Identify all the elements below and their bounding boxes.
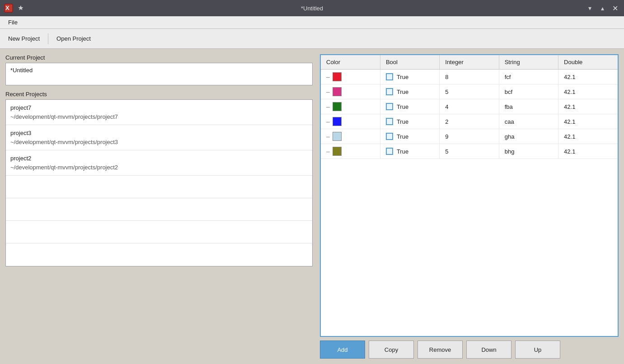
col-header-bool: Bool bbox=[380, 55, 439, 70]
table-row[interactable]: – True 8fcf42.1 bbox=[321, 70, 618, 84]
data-table-container: Color Bool Integer String Double – True … bbox=[320, 54, 619, 337]
bool-value: True bbox=[397, 103, 408, 110]
project-name: project7 bbox=[10, 103, 308, 112]
table-row[interactable]: – True 5bcf42.1 bbox=[321, 84, 618, 99]
current-project-box: *Untitled bbox=[5, 63, 313, 85]
bool-value: True bbox=[397, 118, 408, 125]
bool-checkbox[interactable] bbox=[386, 88, 393, 95]
row-dash: – bbox=[326, 148, 330, 155]
double-cell: 42.1 bbox=[558, 84, 618, 99]
bool-checkbox[interactable] bbox=[386, 148, 393, 155]
title-bar-controls: ▾ ▴ ✕ bbox=[584, 3, 620, 14]
app-icon: X bbox=[4, 3, 14, 13]
bool-cell: True bbox=[380, 129, 439, 144]
bool-cell: True bbox=[380, 99, 439, 114]
col-header-color: Color bbox=[321, 55, 380, 70]
string-cell: caa bbox=[499, 114, 558, 129]
color-cell: – bbox=[321, 144, 380, 159]
row-dash: – bbox=[326, 88, 330, 95]
data-table: Color Bool Integer String Double – True … bbox=[321, 55, 618, 159]
svg-text:X: X bbox=[5, 5, 9, 11]
file-menu[interactable]: File bbox=[4, 17, 22, 28]
color-cell: – bbox=[321, 99, 380, 114]
title-bar-left: X bbox=[4, 3, 25, 13]
project-path: ~/development/qt-mvvm/projects/project7 bbox=[10, 112, 308, 121]
project-name: project3 bbox=[10, 129, 308, 138]
right-panel: Color Bool Integer String Double – True … bbox=[320, 54, 619, 359]
maximize-button[interactable]: ▴ bbox=[597, 3, 608, 14]
color-swatch[interactable] bbox=[333, 117, 342, 126]
list-item-empty-3 bbox=[6, 221, 312, 243]
down-button[interactable]: Down bbox=[466, 341, 511, 359]
bool-value: True bbox=[397, 133, 408, 140]
color-swatch[interactable] bbox=[333, 87, 342, 96]
bool-checkbox[interactable] bbox=[386, 103, 393, 110]
main-content: Current Project *Untitled Recent Project… bbox=[0, 49, 624, 364]
table-row[interactable]: – True 5bhg42.1 bbox=[321, 144, 618, 159]
recent-projects-section: Recent Projects project7 ~/development/q… bbox=[5, 91, 313, 266]
color-swatch[interactable] bbox=[333, 147, 342, 156]
pin-icon bbox=[16, 4, 25, 13]
double-cell: 42.1 bbox=[558, 129, 618, 144]
string-cell: fcf bbox=[499, 70, 558, 84]
color-cell: – bbox=[321, 114, 380, 129]
double-cell: 42.1 bbox=[558, 114, 618, 129]
bool-value: True bbox=[397, 148, 408, 155]
color-swatch[interactable] bbox=[333, 102, 342, 111]
bool-value: True bbox=[397, 74, 408, 80]
table-row[interactable]: – True 9gha42.1 bbox=[321, 129, 618, 144]
string-cell: bcf bbox=[499, 84, 558, 99]
row-dash: – bbox=[326, 103, 330, 110]
project-path: ~/development/qt-mvvm/projects/project2 bbox=[10, 163, 308, 172]
current-project-section: Current Project *Untitled bbox=[5, 54, 313, 85]
list-item-empty-1 bbox=[6, 176, 312, 198]
bool-checkbox[interactable] bbox=[386, 118, 393, 125]
current-project-label: Current Project bbox=[5, 54, 313, 61]
current-project-name: *Untitled bbox=[10, 67, 33, 74]
integer-cell: 4 bbox=[440, 99, 499, 114]
row-dash: – bbox=[326, 73, 330, 80]
table-row[interactable]: – True 4fba42.1 bbox=[321, 99, 618, 114]
toolbar: New Project Open Project bbox=[0, 29, 624, 49]
bool-cell: True bbox=[380, 84, 439, 99]
menu-bar: File bbox=[0, 16, 624, 29]
bool-checkbox[interactable] bbox=[386, 73, 393, 80]
copy-button[interactable]: Copy bbox=[369, 341, 414, 359]
integer-cell: 9 bbox=[440, 129, 499, 144]
color-cell: – bbox=[321, 129, 380, 144]
bool-cell: True bbox=[380, 144, 439, 159]
color-cell: – bbox=[321, 84, 380, 99]
bottom-buttons: Add Copy Remove Down Up bbox=[320, 341, 619, 359]
up-button[interactable]: Up bbox=[515, 341, 560, 359]
project-path: ~/development/qt-mvvm/projects/project3 bbox=[10, 138, 308, 147]
left-panel: Current Project *Untitled Recent Project… bbox=[5, 54, 313, 359]
row-dash: – bbox=[326, 118, 330, 125]
title-bar: X *Untitled ▾ ▴ ✕ bbox=[0, 0, 624, 16]
list-item-empty-2 bbox=[6, 198, 312, 221]
add-button[interactable]: Add bbox=[320, 341, 365, 359]
open-project-button[interactable]: Open Project bbox=[52, 33, 95, 44]
remove-button[interactable]: Remove bbox=[418, 341, 463, 359]
toolbar-separator bbox=[48, 33, 48, 44]
string-cell: bhg bbox=[499, 144, 558, 159]
row-dash: – bbox=[326, 133, 330, 140]
color-swatch[interactable] bbox=[333, 132, 342, 141]
col-header-string: String bbox=[499, 55, 558, 70]
close-button[interactable]: ✕ bbox=[610, 3, 620, 14]
double-cell: 42.1 bbox=[558, 144, 618, 159]
new-project-button[interactable]: New Project bbox=[4, 33, 44, 44]
string-cell: gha bbox=[499, 129, 558, 144]
list-item[interactable]: project3 ~/development/qt-mvvm/projects/… bbox=[6, 125, 312, 150]
col-header-double: Double bbox=[558, 55, 618, 70]
bool-checkbox[interactable] bbox=[386, 133, 393, 140]
integer-cell: 5 bbox=[440, 84, 499, 99]
bool-cell: True bbox=[380, 114, 439, 129]
bool-value: True bbox=[397, 89, 408, 95]
list-item[interactable]: project2 ~/development/qt-mvvm/projects/… bbox=[6, 150, 312, 176]
integer-cell: 8 bbox=[440, 70, 499, 84]
table-row[interactable]: – True 2caa42.1 bbox=[321, 114, 618, 129]
table-header-row: Color Bool Integer String Double bbox=[321, 55, 618, 70]
color-swatch[interactable] bbox=[333, 72, 342, 81]
minimize-button[interactable]: ▾ bbox=[584, 3, 595, 14]
list-item[interactable]: project7 ~/development/qt-mvvm/projects/… bbox=[6, 100, 312, 125]
